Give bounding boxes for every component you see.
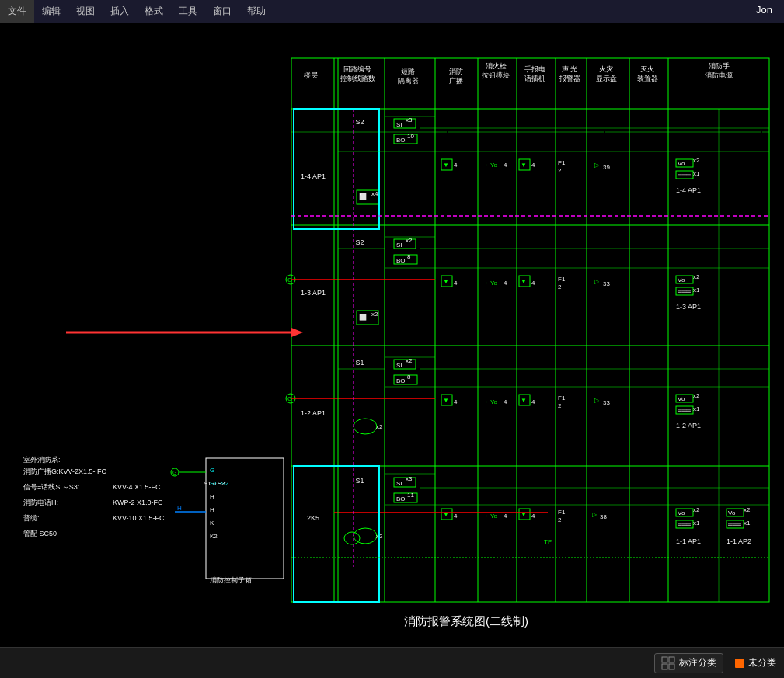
svg-text:F1: F1 bbox=[558, 159, 566, 166]
svg-text:4: 4 bbox=[531, 280, 535, 287]
svg-text:x2: x2 bbox=[744, 506, 751, 513]
svg-text:4: 4 bbox=[531, 398, 535, 405]
svg-text:x1: x1 bbox=[744, 520, 751, 527]
svg-text:K2: K2 bbox=[210, 533, 218, 540]
svg-text:x2: x2 bbox=[371, 311, 378, 318]
svg-text:1-4 AP1: 1-4 AP1 bbox=[676, 186, 701, 194]
svg-text:报警器: 报警器 bbox=[559, 75, 580, 82]
svg-text:═══: ═══ bbox=[677, 288, 691, 295]
svg-text:K: K bbox=[210, 520, 214, 527]
svg-text:灭火: 灭火 bbox=[640, 65, 654, 73]
svg-text:消防电源: 消防电源 bbox=[705, 71, 733, 79]
svg-text:1-1 AP2: 1-1 AP2 bbox=[727, 537, 751, 545]
unclassified-label: 未分类 bbox=[748, 656, 776, 669]
svg-text:2K5: 2K5 bbox=[307, 514, 319, 522]
svg-text:▼: ▼ bbox=[521, 397, 527, 404]
svg-text:▷: ▷ bbox=[594, 397, 600, 404]
svg-text:x1: x1 bbox=[693, 520, 700, 527]
svg-text:信号=话线SI～S3:: 信号=话线SI～S3: bbox=[23, 483, 79, 491]
svg-text:4: 4 bbox=[454, 162, 458, 169]
svg-text:4: 4 bbox=[504, 162, 507, 169]
svg-text:1-2 AP1: 1-2 AP1 bbox=[676, 422, 701, 429]
svg-text:←Yo: ←Yo bbox=[484, 398, 498, 405]
unclassified-item: 未分类 bbox=[735, 656, 776, 669]
svg-text:x2: x2 bbox=[693, 506, 700, 513]
svg-text:Vo: Vo bbox=[678, 395, 685, 402]
svg-text:2: 2 bbox=[558, 283, 562, 290]
svg-text:x3: x3 bbox=[406, 475, 413, 482]
svg-text:Vo: Vo bbox=[678, 276, 685, 283]
svg-text:BO: BO bbox=[396, 257, 406, 264]
svg-text:4: 4 bbox=[454, 513, 458, 520]
svg-rect-219 bbox=[669, 657, 674, 662]
svg-text:消防控制子箱: 消防控制子箱 bbox=[210, 576, 252, 584]
svg-text:S1～S2: S1～S2 bbox=[204, 480, 225, 487]
svg-text:F1: F1 bbox=[558, 395, 566, 402]
svg-text:4: 4 bbox=[504, 280, 507, 287]
svg-text:F1: F1 bbox=[558, 509, 566, 516]
toolbar-window[interactable]: 窗口 bbox=[205, 0, 239, 23]
svg-text:H: H bbox=[177, 505, 182, 512]
unclassified-dot bbox=[735, 659, 744, 668]
svg-text:广播: 广播 bbox=[449, 77, 463, 85]
svg-text:10: 10 bbox=[407, 133, 414, 140]
svg-text:x2: x2 bbox=[376, 423, 383, 430]
svg-text:←Yo: ←Yo bbox=[484, 513, 498, 520]
user-name: Jon bbox=[756, 4, 772, 16]
toolbar-help[interactable]: 帮助 bbox=[239, 0, 274, 23]
user-info: Jon bbox=[756, 4, 772, 16]
svg-text:═══: ═══ bbox=[677, 521, 691, 528]
svg-text:x2: x2 bbox=[406, 357, 413, 364]
svg-text:x4: x4 bbox=[371, 190, 378, 197]
svg-text:▼: ▼ bbox=[443, 397, 449, 404]
svg-text:SI: SI bbox=[396, 242, 402, 249]
svg-text:消防: 消防 bbox=[449, 68, 463, 75]
svg-text:控制线路数: 控制线路数 bbox=[340, 75, 375, 82]
toolbar-tools[interactable]: 工具 bbox=[171, 0, 205, 23]
svg-text:火灾: 火灾 bbox=[599, 65, 613, 73]
svg-text:SI: SI bbox=[396, 480, 402, 487]
svg-text:1-3 AP1: 1-3 AP1 bbox=[301, 289, 326, 297]
svg-text:Vo: Vo bbox=[728, 509, 736, 516]
classify-button[interactable]: 标注分类 bbox=[654, 653, 723, 673]
svg-text:═══: ═══ bbox=[677, 407, 691, 414]
svg-text:TP: TP bbox=[544, 538, 552, 545]
toolbar-edit[interactable]: 编辑 bbox=[34, 0, 68, 23]
toolbar-insert[interactable]: 插入 bbox=[103, 0, 137, 23]
svg-text:←Yo: ←Yo bbox=[484, 280, 498, 287]
svg-text:1-4 AP1: 1-4 AP1 bbox=[301, 172, 326, 180]
svg-text:▼: ▼ bbox=[521, 162, 527, 169]
svg-text:39: 39 bbox=[603, 164, 610, 171]
svg-text:4: 4 bbox=[454, 280, 458, 287]
svg-text:KVV-4 X1.5-FC: KVV-4 X1.5-FC bbox=[113, 483, 161, 491]
svg-text:普缆:: 普缆: bbox=[23, 514, 40, 522]
svg-text:装置器: 装置器 bbox=[637, 75, 658, 82]
svg-text:消防广播G:KVV-2X1.5- FC: 消防广播G:KVV-2X1.5- FC bbox=[23, 468, 107, 475]
svg-rect-0 bbox=[0, 23, 784, 647]
svg-text:楼层: 楼层 bbox=[304, 71, 318, 79]
svg-text:消防手: 消防手 bbox=[709, 62, 730, 70]
svg-text:▼: ▼ bbox=[443, 162, 449, 169]
toolbar-view[interactable]: 视图 bbox=[68, 0, 103, 23]
svg-text:11: 11 bbox=[407, 492, 414, 499]
svg-text:KVV-10 X1.5-FC: KVV-10 X1.5-FC bbox=[113, 514, 165, 522]
svg-text:▷: ▷ bbox=[594, 278, 600, 285]
svg-text:←Yo: ←Yo bbox=[484, 162, 498, 169]
diagram-area: 楼层 回路编号 控制线路数 短路 隔离器 消防 广播 消火栓 按钮模块 手报电 … bbox=[0, 23, 784, 647]
svg-text:消防电话H:: 消防电话H: bbox=[23, 499, 58, 506]
svg-text:33: 33 bbox=[603, 399, 610, 406]
svg-text:室外消防系:: 室外消防系: bbox=[23, 456, 61, 464]
svg-text:2: 2 bbox=[558, 516, 562, 523]
svg-text:4: 4 bbox=[504, 398, 507, 405]
svg-text:F1: F1 bbox=[558, 276, 566, 283]
toolbar-format[interactable]: 格式 bbox=[137, 0, 171, 23]
svg-rect-220 bbox=[662, 664, 667, 669]
svg-text:4: 4 bbox=[531, 513, 535, 520]
svg-text:BO: BO bbox=[396, 495, 406, 502]
svg-text:38: 38 bbox=[600, 513, 607, 520]
svg-text:x1: x1 bbox=[693, 405, 700, 412]
svg-text:2: 2 bbox=[558, 167, 562, 174]
main-canvas: 文件 编辑 视图 插入 格式 工具 窗口 帮助 Jon bbox=[0, 0, 784, 678]
toolbar-file[interactable]: 文件 bbox=[0, 0, 34, 23]
svg-text:SI: SI bbox=[396, 362, 402, 369]
